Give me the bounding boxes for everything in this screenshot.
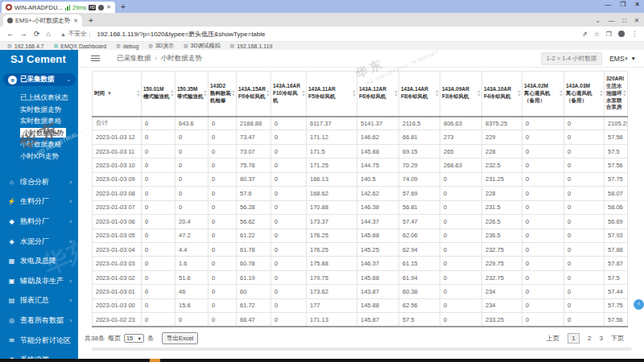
column-header[interactable]: 143A.10ARF4冷却风机: [482, 72, 522, 117]
reload-button[interactable]: ⟳: [34, 30, 40, 38]
remote-tab-close-icon[interactable]: ✕: [106, 4, 111, 10]
sidebar-section-item[interactable]: ⚙系统设置›: [0, 350, 78, 359]
home-button[interactable]: ⌂: [47, 30, 51, 38]
sort-icon[interactable]: [137, 90, 140, 97]
sidebar-section-item[interactable]: ◆熟料分厂›: [0, 212, 78, 232]
tab-groups-icon[interactable]: ❒: [606, 31, 612, 38]
sidebar-section-item[interactable]: ◎查看所有数据›: [0, 311, 78, 331]
column-header[interactable]: 143A.09ARF3冷却风机: [440, 72, 482, 117]
collapse-toggle-button[interactable]: ‹: [634, 299, 644, 310]
sort-icon[interactable]: [518, 90, 521, 97]
table-cell: 20.4: [175, 215, 208, 228]
sidebar-section-item[interactable]: ◈水泥分厂›: [0, 232, 78, 252]
sidebar-section-item[interactable]: ⚡生料分厂›: [0, 192, 78, 212]
new-tab-button[interactable]: +: [89, 17, 93, 25]
column-header[interactable]: 320AR01生活水池循环水泵联合泵房: [605, 72, 628, 117]
sidebar-subitem[interactable]: 实时数据走势: [0, 104, 78, 116]
table-cell: 58.06: [605, 200, 628, 214]
page-size-select[interactable]: 15 ▼: [124, 334, 144, 343]
forward-button[interactable]: →: [20, 30, 27, 38]
page-button-下页[interactable]: 下页: [611, 334, 624, 343]
url-text[interactable]: 192.168.1.119/?p=1020&typee=磨头低压&showTyp…: [97, 30, 576, 39]
window-minimize-button[interactable]: —: [605, 1, 611, 8]
table-cell: 57.75: [605, 172, 628, 186]
sort-icon[interactable]: [394, 90, 398, 97]
sidebar-subitem[interactable]: 已上线仪表状态: [0, 92, 78, 104]
tab-search-caret-icon[interactable]: ⌄: [595, 17, 600, 24]
sort-icon[interactable]: [302, 90, 305, 97]
range-label[interactable]: 1-2 > 1-4 小时数据: [541, 52, 602, 65]
sort-icon[interactable]: [232, 90, 235, 97]
sort-icon[interactable]: [171, 90, 174, 97]
breadcrumb: 已采集数据 › 小时数据走势: [117, 54, 202, 64]
page-button-1[interactable]: 1: [568, 333, 580, 343]
app-select[interactable]: EMS+ ▼: [609, 55, 636, 63]
bookmark-item[interactable]: ◍192.168.4.7: [7, 43, 44, 49]
browser-close-button[interactable]: ✕: [634, 17, 639, 24]
bookmark-item[interactable]: ◍EMQX Dashboard: [54, 43, 106, 49]
sidebar-section-item[interactable]: ⌂综合分析›: [0, 172, 78, 192]
sidebar-subitem[interactable]: 小时数据走势: [0, 127, 78, 139]
sort-icon[interactable]: [477, 90, 481, 97]
sort-icon[interactable]: [623, 90, 626, 97]
column-header[interactable]: 143A.11ARF5冷却风机: [307, 72, 357, 117]
column-header[interactable]: 143D2熟料散装机检修: [208, 72, 237, 117]
sort-icon[interactable]: [353, 90, 356, 97]
column-header-label: 离心通风机（备用）: [524, 90, 560, 105]
sort-icon[interactable]: [600, 90, 603, 97]
table-cell: 0: [142, 257, 175, 270]
export-excel-button[interactable]: 导出Excel: [162, 332, 198, 344]
sidebar-subitem[interactable]: 实时数据表格: [0, 115, 78, 127]
profile-avatar[interactable]: [618, 31, 625, 37]
sort-icon[interactable]: [436, 90, 439, 97]
remote-desktop-tab[interactable]: WIN-ARADFDU... 29ms HD ✕: [2, 2, 115, 13]
column-header[interactable]: 143A.16ARF10冷却风机: [271, 72, 307, 117]
sort-icon[interactable]: [266, 90, 270, 97]
browser-minimize-button[interactable]: —: [609, 17, 615, 24]
window-close-button[interactable]: ✕: [634, 1, 640, 8]
table-cell: 171.12: [307, 130, 357, 144]
horizontal-scrollbar[interactable]: [92, 348, 632, 351]
browser-tab[interactable]: EMS+-小时数据走势 ✕: [3, 14, 82, 27]
bookmark-item[interactable]: ◍3D演示: [148, 42, 174, 50]
column-header[interactable]: 时间▼: [93, 72, 142, 117]
share-icon[interactable]: ⇗: [582, 31, 588, 38]
page-button-上页[interactable]: 上页: [547, 334, 559, 343]
column-header[interactable]: 143A.14ARF8冷却风机: [399, 72, 440, 117]
browser-menu-icon[interactable]: ⋮: [631, 31, 638, 38]
sidebar-subitem[interactable]: 小时数据表格: [0, 138, 78, 150]
back-button[interactable]: ←: [6, 30, 14, 38]
sidebar-section-item[interactable]: ▤报表汇总›: [0, 291, 78, 311]
column-header[interactable]: 143A.03M离心通风机（备用）: [564, 72, 605, 117]
breadcrumb-parent[interactable]: 已采集数据: [117, 54, 151, 64]
column-header[interactable]: 150.01M槽式输送机: [142, 72, 175, 117]
sidebar-section-item[interactable]: ▦发电及总降›: [0, 251, 78, 271]
sidebar-group-collected-data[interactable]: ≣ 已采集数据 ⌄: [3, 73, 76, 86]
browser-restore-button[interactable]: □: [622, 17, 626, 24]
sort-icon[interactable]: [559, 90, 563, 97]
bookmark-star-icon[interactable]: ☆: [594, 31, 600, 38]
sidebar-section-item[interactable]: ▣辅助及非生产›: [0, 271, 78, 291]
bookmark-item[interactable]: ◍192.168.1.119: [230, 43, 273, 49]
column-header-text: 143D2熟料散装机检修: [210, 83, 233, 104]
bookmark-item[interactable]: ◍3D调试模拟: [184, 42, 221, 50]
column-header[interactable]: 150.35M带式输送机: [175, 72, 208, 117]
tab-close-icon[interactable]: ✕: [73, 18, 78, 24]
remote-new-tab-button[interactable]: +: [121, 2, 126, 11]
column-header-text: 143A.09ARF3冷却风机: [442, 86, 478, 101]
column-header[interactable]: 143A.15ARF9冷却风机: [237, 72, 271, 117]
column-header[interactable]: 143A.02M离心通风机（备用）: [522, 72, 564, 117]
hamburger-icon[interactable]: [91, 56, 100, 62]
page-button-3[interactable]: 3: [600, 335, 603, 342]
taskbar-app-indicator: [150, 359, 160, 362]
bookmark-label: 192.168.1.119: [237, 43, 272, 49]
sidebar-section-item[interactable]: ✉节能分析讨论区: [0, 331, 78, 351]
table-cell: 0: [142, 187, 175, 200]
sidebar-subitem[interactable]: 小时KPI走势: [0, 150, 78, 162]
page-button-2[interactable]: 2: [588, 335, 591, 342]
security-badge[interactable]: ▲ 不安全 |: [60, 30, 90, 38]
sort-icon[interactable]: [204, 90, 207, 97]
bookmark-item[interactable]: ◍debug: [116, 43, 138, 49]
column-header[interactable]: 143A.12ARF6冷却风机: [357, 72, 399, 117]
window-restore-button[interactable]: ❐: [620, 1, 625, 8]
